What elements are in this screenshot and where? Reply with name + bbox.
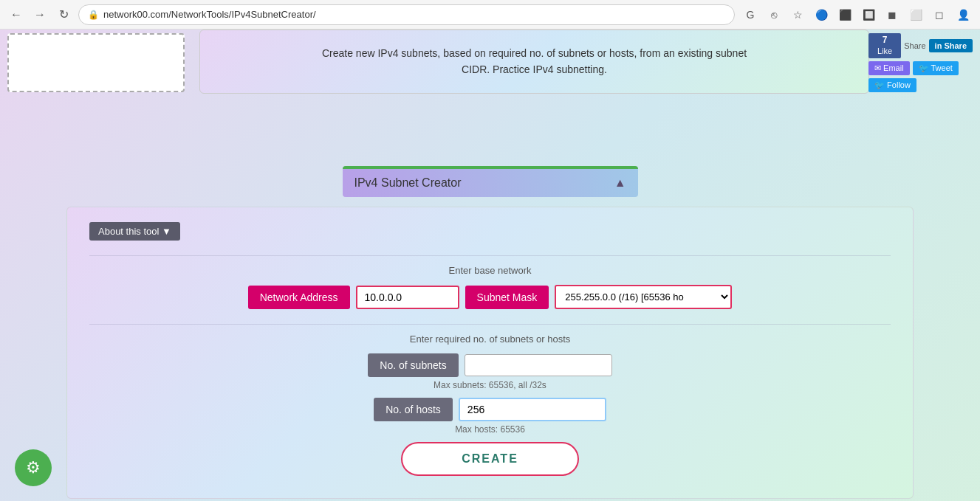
network-address-label: Network Address (248, 286, 350, 309)
forward-button[interactable]: → (31, 6, 49, 24)
enter-base-network-label: Enter base network (89, 265, 891, 276)
gear-button[interactable]: ⚙ (15, 449, 52, 486)
social-panel: 7 Like Share in Share ✉ Email 🐦 Tweet 🐦 … (868, 33, 973, 92)
tool-arrow-icon: ▲ (614, 176, 626, 190)
url-text: network00.com/NetworkTools/IPv4SubnetCre… (103, 9, 316, 20)
extension-icon2[interactable]: ⬛ (835, 5, 854, 24)
no-hosts-label: No. of hosts (374, 398, 453, 421)
social-row-3: 🐦 Follow (868, 78, 973, 92)
main-panel: About this tool ▼ Enter base network Net… (66, 207, 914, 499)
refresh-button[interactable]: ↻ (55, 6, 72, 24)
browser-icons: G ⎋ ☆ 🔵 ⬛ 🔲 ◼ ⬜ ◻ 👤 (741, 5, 973, 24)
tweet-button[interactable]: 🐦 Tweet (913, 61, 959, 75)
share-label: Share (904, 41, 925, 50)
extension-icon4[interactable]: ◼ (883, 5, 902, 24)
create-button[interactable]: CREATE (401, 442, 579, 476)
gear-icon: ⚙ (26, 458, 41, 477)
like-box: 7 Like (868, 33, 901, 58)
network-address-input[interactable] (356, 286, 459, 309)
create-btn-wrapper: CREATE (89, 442, 891, 476)
follow-button[interactable]: 🐦 Follow (868, 78, 916, 92)
tool-title-bar[interactable]: IPv4 Subnet Creator ▲ (343, 166, 638, 197)
google-icon[interactable]: G (741, 5, 760, 24)
subnet-mask-select[interactable]: 255.255.0.0 (/16) [65536 ho (555, 285, 732, 309)
divider2 (89, 324, 891, 325)
browser-bar: ← → ↻ 🔒 network00.com/NetworkTools/IPv4S… (0, 0, 980, 30)
extension-icon1[interactable]: 🔵 (812, 5, 831, 24)
social-row-1: 7 Like Share in Share (868, 33, 973, 58)
like-count: 7 (883, 35, 888, 45)
extension-icon5[interactable]: ⬜ (906, 5, 925, 24)
max-subnets-label: Max subnets: 65536, all /32s (89, 380, 891, 390)
back-button[interactable]: ← (7, 6, 25, 24)
hosts-row: No. of hosts (89, 398, 891, 421)
profile-icon[interactable]: 👤 (953, 5, 973, 24)
email-button[interactable]: ✉ Email (868, 61, 910, 75)
no-subnets-label: No. of subnets (368, 353, 458, 377)
subnets-row: No. of subnets (89, 353, 891, 377)
no-subnets-input[interactable] (465, 354, 612, 376)
no-hosts-input[interactable] (459, 398, 606, 421)
max-hosts-label: Max hosts: 65536 (89, 424, 891, 435)
linkedin-share-button[interactable]: in Share (929, 39, 973, 52)
social-row-2: ✉ Email 🐦 Tweet (868, 61, 973, 75)
page-content: Create new IPv4 subnets, based on requir… (0, 30, 980, 501)
network-row: Network Address Subnet Mask 255.255.0.0 … (89, 285, 891, 309)
about-tool-button[interactable]: About this tool ▼ (89, 222, 180, 241)
subnet-mask-label: Subnet Mask (465, 286, 549, 309)
share-icon[interactable]: ⎋ (764, 5, 784, 24)
extension-icon6[interactable]: ◻ (930, 5, 949, 24)
address-bar: 🔒 network00.com/NetworkTools/IPv4SubnetC… (78, 4, 735, 25)
divider (89, 255, 891, 256)
tool-title: IPv4 Subnet Creator (354, 176, 462, 190)
description-card: Create new IPv4 subnets, based on requir… (199, 30, 869, 94)
extension-icon3[interactable]: 🔲 (859, 5, 878, 24)
description-text: Create new IPv4 subnets, based on requir… (322, 47, 747, 75)
like-button[interactable]: Like (873, 45, 897, 57)
lock-icon: 🔒 (88, 10, 99, 20)
star-icon[interactable]: ☆ (788, 5, 807, 24)
required-label: Enter required no. of subnets or hosts (89, 334, 891, 345)
left-ad-placeholder (7, 33, 185, 92)
